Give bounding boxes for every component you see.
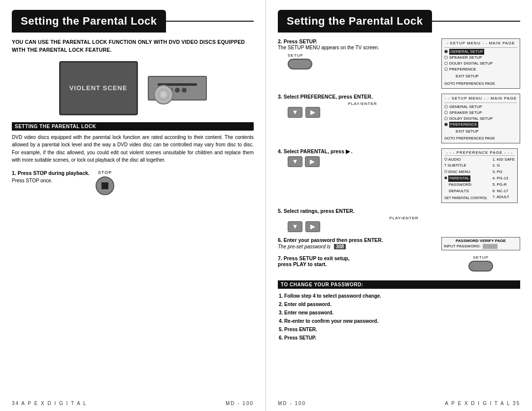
left-page: Setting the Parental Lock YOU CAN USE TH…	[0, 0, 266, 411]
step2-menu-item-general: GENERAL SETUP	[444, 49, 517, 55]
step2-menu-item-pref: PREFERENCE	[444, 67, 517, 72]
rating-5: 5. PG-R	[493, 182, 515, 188]
step2-sub: The SETUP MENU appears on the TV screen.	[278, 44, 437, 51]
step2-row: 2. Press SETUP. The SETUP MENU appears o…	[278, 38, 520, 89]
stop-icon	[101, 182, 108, 189]
body-text: DVD video discs equipped with the parent…	[12, 134, 254, 164]
step4-play-arrow: ▶ .	[346, 148, 353, 154]
step3-menu-item-dolby: DOLBY DIGITAL SETUP	[444, 116, 517, 122]
step2-menu-box: - SETUP MENU - - MAIN PAGE GENERAL SETUP…	[441, 38, 520, 89]
step3-menu-item-speaker: SPEAKER SETUP	[444, 110, 517, 116]
menu-bullet	[444, 176, 447, 179]
pref-password: PASSWORD	[444, 182, 487, 188]
change-item-2: 2. Enter old password.	[279, 300, 520, 308]
step2-setup-btn[interactable]	[288, 59, 312, 69]
right-title: Setting the Parental Lock	[278, 10, 432, 33]
step7-setup-area: SETUP	[441, 255, 520, 272]
right-title-area: Setting the Parental Lock	[278, 10, 520, 33]
change-list: 1. Follow step 4 to select password chan…	[278, 292, 520, 342]
step3-menu-title: - - SETUP MENU - - MAIN PAGE	[444, 96, 517, 103]
step5-arrow-area: ▼ ▶	[288, 221, 520, 232]
right-footer: MD - 100 A P E X D I G I T A L 35	[278, 401, 520, 406]
change-password-section: TO CHANGE YOUR PASSWORD: 1. Follow step …	[278, 276, 520, 342]
step4-pref-left: AUDIO TSUBTITLE DISC MENU PARENTAL PASSW…	[444, 157, 487, 201]
rating-4: 4. PG-13	[493, 175, 515, 182]
pref-defaults: DEFAULTS	[444, 188, 487, 195]
step6-row: 6. Enter your password then press ENTER.…	[278, 237, 520, 250]
left-title: Setting the Parental Lock	[12, 10, 166, 33]
step7-label2: press PLAY to start.	[278, 261, 437, 267]
step6-label: 6. Enter your password then press ENTER.	[278, 237, 437, 243]
step2-goto: GOTO PREFERENCES PAGE	[444, 81, 517, 87]
step2-left: 2. Press SETUP. The SETUP MENU appears o…	[278, 38, 437, 69]
step6-pw-title: PASSWORD VERIFY PAGE	[444, 239, 518, 243]
step7-left: 7. Press SETUP to exit setup, press PLAY…	[278, 255, 437, 267]
dvd-btn2	[175, 88, 180, 93]
step7-label: 7. Press SETUP to exit setup,	[278, 255, 437, 261]
stop-button-area: STOP	[96, 170, 114, 195]
step3-play-label: PLAY/ENTER	[288, 102, 437, 106]
step1-label: 1. Press STOP during playback.	[12, 170, 91, 176]
left-footer: 34 A P E X D I G I T A L MD - 100	[12, 401, 254, 406]
step2-menu-title: - SETUP MENU - - MAIN PAGE	[444, 40, 517, 48]
step7-setup-label: SETUP	[473, 255, 489, 260]
step2-label: 2. Press SETUP.	[278, 38, 437, 44]
step5-play-label: PLAY/ENTER	[288, 216, 520, 220]
change-item-5: 5. Press ENTER.	[279, 325, 520, 334]
step2-menu-highlight: GENERAL SETUP	[449, 49, 484, 55]
step2-menu-item-exit: EXIT SETUP	[444, 73, 517, 79]
left-footer-right: MD - 100	[226, 401, 254, 406]
step6-password-box: PASSWORD VERIFY PAGE INPUT PASSWORD:	[441, 237, 520, 250]
step4-left: 4. Select PARENTAL, press ▶ . ▼ ▶	[278, 148, 437, 167]
right-steps: 2. Press SETUP. The SETUP MENU appears o…	[278, 38, 520, 342]
step3-menu-item-general: GENERAL SETUP	[444, 104, 517, 110]
rating-3: 3. PG	[493, 169, 515, 175]
dvd-btn3	[182, 88, 187, 93]
right-page: Setting the Parental Lock 2. Press SETUP…	[266, 0, 532, 411]
menu-bullet	[444, 170, 447, 173]
pref-parental-highlight: PARENTAL	[448, 175, 470, 182]
step4-pref-row: AUDIO TSUBTITLE DISC MENU PARENTAL PASSW…	[444, 157, 515, 201]
pref-parental: PARENTAL	[444, 175, 487, 182]
step2-menu-item-dolby: DOLBY DIGITAL SETUP	[444, 61, 517, 67]
pref-audio: AUDIO	[444, 157, 487, 163]
step3-menu-box: - - SETUP MENU - - MAIN PAGE GENERAL SET…	[441, 94, 520, 143]
step6-menu: PASSWORD VERIFY PAGE INPUT PASSWORD:	[441, 237, 520, 250]
step3-play-btn[interactable]: ▶	[305, 107, 320, 118]
change-item-1: 1. Follow step 4 to select password chan…	[279, 292, 520, 300]
step3-goto: GOTO PREFERENCES PAGE	[444, 136, 517, 141]
menu-bullet	[444, 158, 447, 161]
rating-7: 7. ADULT	[493, 194, 515, 201]
menu-bullet	[444, 111, 448, 114]
step6-italic-row: The pre-set password is 308	[278, 244, 437, 249]
step4-pref-box: - - - PREFERENCE PAGE - - - AUDIO TSUBTI…	[441, 148, 518, 203]
menu-bullet	[444, 68, 448, 71]
disc	[154, 85, 173, 104]
left-title-area: Setting the Parental Lock	[12, 10, 254, 33]
step4-label-text: 4. Select PARENTAL, press	[278, 148, 344, 154]
step4-down-btn[interactable]: ▼	[288, 156, 302, 167]
step4-right-btn[interactable]: ▶	[305, 156, 320, 167]
step5-play-btn[interactable]: ▶	[305, 221, 320, 232]
step3-menu-exit: EXIT SETUP	[444, 129, 517, 135]
right-footer-left: MD - 100	[278, 401, 306, 406]
step2-menu: - SETUP MENU - - MAIN PAGE GENERAL SETUP…	[441, 38, 520, 89]
step3-row: 3. Select PREFERENCE, press ENTER. PLAY/…	[278, 94, 520, 143]
step4-controls: ▼ ▶	[278, 156, 437, 167]
menu-bullet	[444, 56, 448, 59]
change-item-6: 6. Press SETUP.	[279, 334, 520, 342]
step5-down-btn[interactable]: ▼	[288, 221, 302, 232]
step3-label: 3. Select PREFERENCE, press ENTER.	[278, 94, 437, 100]
step6-italic-text: The pre-set password is	[278, 244, 331, 249]
stop-button[interactable]	[96, 176, 114, 195]
step3-down-btn[interactable]: ▼	[288, 107, 302, 118]
step4-pref-right: 1. KID SAFE 2. G 3. PG 4. PG-13 5. PG-R …	[490, 157, 515, 201]
setting-parental-lock-header: SETTING THE PARENTAL LOCK	[12, 122, 254, 131]
change-item-4: 4. Re-enter to confirm your new password…	[279, 317, 520, 325]
step1-sub: Press STOP once.	[12, 178, 91, 183]
step7-setup-btn[interactable]	[468, 261, 493, 272]
step3-pref-highlight: PREFERENCE	[449, 122, 478, 128]
step6-input-box	[483, 244, 498, 249]
step6-input-label: INPUT PASSWORD:	[444, 244, 480, 248]
menu-divider2	[444, 79, 517, 80]
